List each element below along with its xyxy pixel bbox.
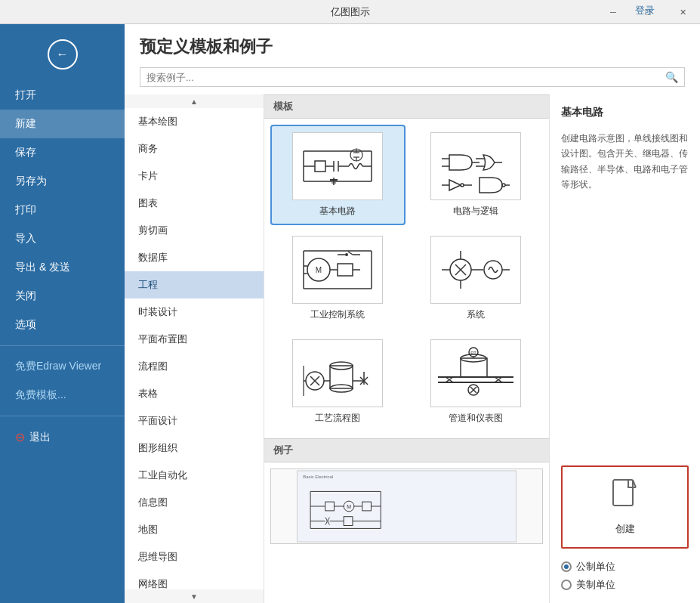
template-thumb-pipeline: PT — [430, 339, 521, 407]
sidebar-item-template[interactable]: 免费模板... — [0, 381, 125, 410]
info-panel-title: 基本电路 — [561, 106, 689, 119]
svg-rect-35 — [338, 264, 353, 276]
search-icon[interactable]: 🔍 — [665, 71, 678, 83]
info-panel-description: 创建电路示意图，单线接线图和设计图。包含开关、继电器、传输路径、半导体、电路和电… — [561, 131, 689, 193]
svg-rect-75 — [297, 471, 516, 542]
titlebar-title: 亿图图示 — [331, 5, 370, 19]
search-input[interactable] — [146, 72, 661, 83]
units-section: 公制单位 美制单位 — [561, 560, 689, 592]
sidebar-item-close[interactable]: 关闭 — [0, 282, 125, 311]
sidebar-item-export[interactable]: 导出 & 发送 — [0, 253, 125, 282]
sidebar-divider-2 — [0, 416, 125, 416]
category-panel: ▲ 基本绘图商务卡片图表剪切画数据库工程时装设计平面布置图流程图表格平面设计图形… — [125, 94, 264, 603]
svg-point-26 — [461, 184, 464, 187]
sidebar-item-exit[interactable]: ⊖ 退出 — [0, 422, 125, 452]
svg-rect-93 — [613, 480, 633, 506]
sidebar-item-saveas[interactable]: 另存为 — [0, 167, 125, 196]
info-panel: 基本电路 创建电路示意图，单线接线图和设计图。包含开关、继电器、传输路径、半导体… — [549, 94, 700, 603]
category-item-12[interactable]: 图形组织 — [125, 434, 264, 462]
svg-text:PT: PT — [470, 351, 476, 355]
back-arrow-icon: ← — [57, 48, 69, 61]
login-button[interactable]: 登录 — [635, 4, 655, 17]
category-item-13[interactable]: 工业自动化 — [125, 462, 264, 489]
template-item-circuit-logic[interactable]: 电路与逻辑 — [409, 125, 544, 225]
titlebar: 亿图图示 ─ □ ✕ 登录 — [0, 0, 700, 24]
app-container: ← 打开 新建 保存 另存为 打印 导入 导出 & 发送 关闭 选项 免费Edr… — [0, 24, 700, 603]
sidebar-item-print[interactable]: 打印 — [0, 196, 125, 224]
examples-area: Basic Electrical M — [264, 462, 549, 550]
template-label-basic-circuit: 基本电路 — [319, 205, 356, 218]
category-item-16[interactable]: 思维导图 — [125, 543, 264, 571]
sidebar-item-save[interactable]: 保存 — [0, 138, 125, 167]
category-item-11[interactable]: 平面设计 — [125, 407, 264, 434]
sidebar-divider-1 — [0, 345, 125, 346]
category-list: 基本绘图商务卡片图表剪切画数据库工程时装设计平面布置图流程图表格平面设计图形组织… — [125, 108, 264, 603]
template-label-industrial-control: 工业控制系统 — [310, 308, 365, 321]
category-item-15[interactable]: 地图 — [125, 516, 264, 543]
template-label-process-flow: 工艺流程图 — [315, 412, 360, 425]
category-item-10[interactable]: 表格 — [125, 380, 264, 407]
template-label-pipeline: 管道和仪表图 — [449, 412, 503, 425]
templates-grid: 基本电路 — [264, 119, 549, 438]
imperial-unit-option[interactable]: 美制单位 — [561, 578, 689, 592]
template-thumb-industrial-control: M — [292, 236, 383, 304]
svg-point-29 — [502, 184, 505, 187]
category-item-8[interactable]: 平面布置图 — [125, 326, 264, 353]
category-item-2[interactable]: 卡片 — [125, 162, 264, 190]
template-item-process-flow[interactable]: 工艺流程图 — [270, 332, 406, 432]
content-area: 预定义模板和例子 🔍 ▲ 基本绘图商务卡片图表剪切画数据库工程时装设计平面布置图… — [125, 24, 700, 603]
category-item-0[interactable]: 基本绘图 — [125, 108, 264, 135]
template-item-basic-circuit[interactable]: 基本电路 — [270, 125, 406, 225]
templates-section-header: 模板 — [264, 94, 549, 119]
search-bar: 🔍 — [140, 67, 685, 87]
sidebar-item-new[interactable]: 新建 — [0, 110, 125, 138]
category-item-5[interactable]: 数据库 — [125, 244, 264, 271]
template-item-pipeline[interactable]: PT 管道和仪表图 — [409, 332, 544, 432]
category-item-14[interactable]: 信息图 — [125, 489, 264, 516]
category-item-6[interactable]: 工程 — [125, 271, 264, 298]
example-thumbnail[interactable]: Basic Electrical M — [270, 468, 543, 544]
document-icon — [612, 478, 639, 516]
category-item-7[interactable]: 时装设计 — [125, 298, 264, 326]
category-item-9[interactable]: 流程图 — [125, 353, 264, 380]
create-label: 创建 — [615, 522, 635, 536]
examples-section-header: 例子 — [264, 438, 549, 462]
category-item-1[interactable]: 商务 — [125, 135, 264, 162]
template-item-system[interactable]: 系统 — [409, 228, 544, 329]
create-button[interactable]: 创建 — [561, 465, 689, 549]
metric-radio[interactable] — [561, 561, 572, 572]
content-body: ▲ 基本绘图商务卡片图表剪切画数据库工程时装设计平面布置图流程图表格平面设计图形… — [125, 94, 700, 603]
svg-line-39 — [348, 252, 353, 255]
svg-rect-1 — [315, 161, 325, 172]
sidebar-item-viewer[interactable]: 免费Edraw Viewer — [0, 352, 125, 381]
svg-point-41 — [345, 253, 348, 256]
sidebar-item-options[interactable]: 选项 — [0, 311, 125, 339]
category-scroll-up[interactable]: ▲ — [125, 94, 264, 108]
back-button[interactable]: ← — [48, 39, 78, 70]
template-thumb-system — [430, 236, 521, 304]
template-label-circuit-logic: 电路与逻辑 — [453, 205, 498, 218]
sidebar-item-open[interactable]: 打开 — [0, 81, 125, 110]
template-item-industrial-control[interactable]: M — [270, 228, 406, 329]
metric-unit-option[interactable]: 公制单位 — [561, 560, 689, 574]
templates-panel: 模板 — [264, 94, 549, 603]
minimize-button[interactable]: ─ — [596, 0, 631, 24]
exit-icon: ⊖ — [15, 430, 25, 444]
category-item-3[interactable]: 图表 — [125, 190, 264, 217]
sidebar-item-import[interactable]: 导入 — [0, 224, 125, 253]
template-label-system: 系统 — [467, 308, 485, 321]
category-scroll-down[interactable]: ▼ — [125, 589, 264, 603]
close-button[interactable]: ✕ — [665, 0, 700, 24]
template-thumb-circuit-logic — [430, 132, 521, 200]
svg-text:M: M — [316, 266, 322, 274]
template-thumb-process-flow — [292, 339, 383, 407]
category-item-4[interactable]: 剪切画 — [125, 217, 264, 244]
sidebar: ← 打开 新建 保存 另存为 打印 导入 导出 & 发送 关闭 选项 免费Edr… — [0, 24, 125, 603]
page-title: 预定义模板和例子 — [140, 36, 685, 58]
template-thumb-basic-circuit — [292, 132, 383, 200]
content-top: 预定义模板和例子 🔍 — [125, 24, 700, 94]
imperial-radio[interactable] — [561, 580, 572, 590]
svg-text:M: M — [347, 504, 351, 509]
svg-text:Basic Electrical: Basic Electrical — [303, 475, 333, 479]
